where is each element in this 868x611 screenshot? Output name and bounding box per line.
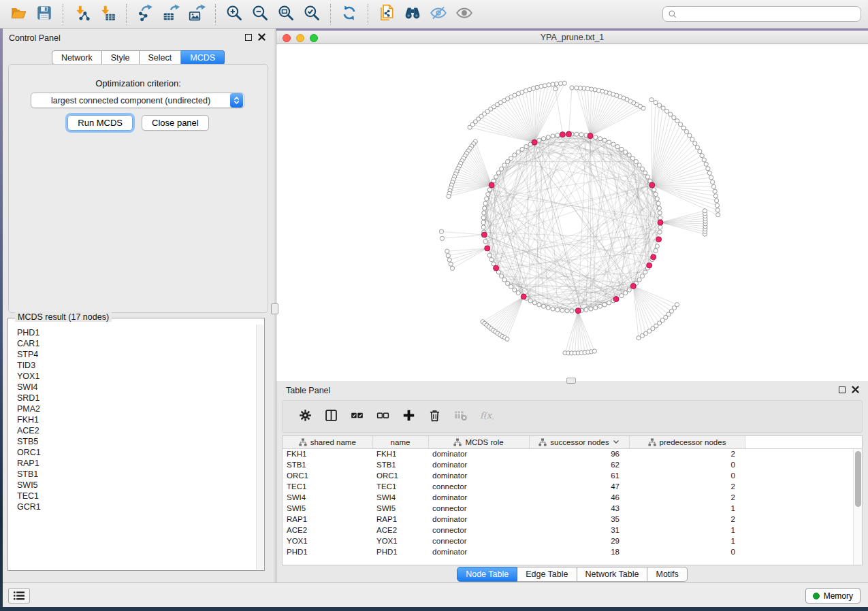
mcds-result-item[interactable]: SWI4 [17, 382, 256, 393]
table-row[interactable]: STB1STB1dominator620 [283, 459, 862, 470]
cell-name[interactable]: ACE2 [372, 525, 428, 535]
cell-MCDS-role[interactable]: dominator [428, 448, 529, 459]
result-scrollbar[interactable] [256, 325, 263, 569]
close-panel-icon[interactable] [258, 33, 266, 41]
cell-shared-name[interactable]: SWI5 [283, 503, 372, 514]
tab-edge-table[interactable]: Edge Table [517, 567, 577, 582]
mcds-result-item[interactable]: TID3 [17, 360, 256, 371]
mcds-result-item[interactable]: SRD1 [17, 393, 256, 403]
zoom-in-button[interactable] [223, 3, 246, 26]
zoom-selected-button[interactable] [300, 3, 323, 26]
mcds-result-item[interactable]: STB1 [17, 469, 256, 480]
cell-shared-name[interactable]: TEC1 [283, 481, 372, 492]
cell-shared-name[interactable]: YOX1 [283, 535, 372, 546]
column-header-MCDS-role[interactable]: MCDS role [428, 436, 529, 448]
cell-name[interactable]: RAP1 [372, 514, 428, 525]
gear-button[interactable] [295, 406, 315, 427]
table-row[interactable]: FKH1FKH1dominator962 [283, 448, 862, 459]
float-panel-icon[interactable] [245, 34, 252, 41]
cell-successor-nodes[interactable]: 29 [529, 535, 629, 546]
mcds-result-item[interactable]: PMA2 [17, 403, 256, 414]
cell-MCDS-role[interactable]: connector [428, 481, 529, 492]
tab-network[interactable]: Network [52, 50, 102, 65]
cell-shared-name[interactable]: STB1 [283, 459, 372, 470]
cell-shared-name[interactable]: SWI4 [283, 492, 372, 503]
cell-MCDS-role[interactable]: connector [428, 503, 529, 514]
column-header-successor-nodes[interactable]: successor nodes [529, 436, 629, 448]
cell-MCDS-role[interactable]: dominator [428, 459, 529, 470]
mcds-result-item[interactable]: STP4 [17, 349, 256, 360]
cell-MCDS-role[interactable]: dominator [428, 470, 529, 481]
zoom-fit-button[interactable] [274, 3, 298, 26]
cell-name[interactable]: FKH1 [372, 448, 428, 459]
mcds-result-item[interactable]: PHD1 [17, 327, 256, 338]
cell-predecessor-nodes[interactable]: 1 [629, 503, 745, 514]
tab-network-table[interactable]: Network Table [577, 567, 648, 582]
cell-name[interactable]: ORC1 [372, 470, 428, 481]
cell-shared-name[interactable]: RAP1 [283, 514, 372, 525]
memory-button[interactable]: Memory [805, 588, 861, 604]
cell-successor-nodes[interactable]: 35 [529, 514, 629, 525]
table-scrollbar-thumb[interactable] [855, 451, 861, 507]
cell-shared-name[interactable]: ACE2 [283, 525, 372, 535]
table-row[interactable]: PHD1PHD1dominator180 [283, 546, 862, 557]
cell-predecessor-nodes[interactable]: 0 [629, 459, 745, 470]
cell-name[interactable]: YOX1 [372, 535, 428, 546]
mcds-result-item[interactable]: CAR1 [17, 338, 256, 349]
mcds-result-list[interactable]: PHD1CAR1STP4TID3YOX1SWI4SRD1PMA2FKH1ACE2… [9, 325, 256, 569]
table-row[interactable]: ACE2ACE2connector311 [283, 525, 862, 535]
hide-labels-button[interactable] [427, 3, 450, 26]
cell-successor-nodes[interactable]: 46 [529, 492, 629, 503]
cell-name[interactable]: SWI4 [372, 492, 428, 503]
show-eye-button[interactable] [453, 3, 476, 26]
cell-successor-nodes[interactable]: 43 [529, 503, 629, 514]
cell-successor-nodes[interactable]: 18 [529, 546, 629, 557]
table-row[interactable]: SWI4SWI4dominator462 [283, 492, 862, 503]
cell-predecessor-nodes[interactable]: 2 [629, 481, 745, 492]
cell-successor-nodes[interactable]: 31 [529, 525, 629, 535]
cell-name[interactable]: SWI5 [372, 503, 428, 514]
cell-successor-nodes[interactable]: 96 [529, 448, 629, 459]
mcds-result-item[interactable]: RAP1 [17, 458, 256, 469]
cell-successor-nodes[interactable]: 47 [529, 481, 629, 492]
search-input[interactable] [681, 7, 861, 20]
import-network-button[interactable] [70, 3, 93, 26]
table-row[interactable]: YOX1YOX1connector291 [283, 535, 862, 546]
refresh-button[interactable] [338, 3, 361, 26]
save-button[interactable] [33, 3, 56, 26]
optimization-criterion-select[interactable]: largest connected component (undirected) [31, 93, 244, 108]
select-all-button[interactable] [347, 406, 367, 427]
mcds-result-item[interactable]: YOX1 [17, 371, 256, 382]
tab-style[interactable]: Style [102, 50, 140, 65]
export-table-button[interactable] [159, 3, 182, 26]
cell-name[interactable]: PHD1 [372, 546, 428, 557]
cell-MCDS-role[interactable]: connector [428, 525, 529, 535]
cell-MCDS-role[interactable]: dominator [428, 514, 529, 525]
cell-successor-nodes[interactable]: 62 [529, 459, 629, 470]
vertical-splitter-grip[interactable] [271, 303, 278, 314]
cell-shared-name[interactable]: FKH1 [283, 448, 372, 459]
mcds-result-item[interactable]: STB5 [17, 436, 256, 447]
tab-node-table[interactable]: Node Table [457, 567, 517, 582]
export-image-button[interactable] [185, 3, 208, 26]
status-menu-button[interactable] [8, 588, 30, 604]
cell-name[interactable]: TEC1 [372, 481, 428, 492]
network-canvas[interactable] [276, 44, 868, 381]
mcds-result-item[interactable]: SWI5 [17, 480, 256, 491]
tab-select[interactable]: Select [140, 50, 182, 65]
open-folder-button[interactable] [7, 3, 30, 26]
zoom-out-button[interactable] [248, 3, 272, 26]
horizontal-splitter-grip[interactable] [566, 378, 576, 384]
table-row[interactable]: ORC1ORC1dominator610 [283, 470, 862, 481]
tab-motifs[interactable]: Motifs [647, 567, 687, 582]
deselect-all-button[interactable] [372, 406, 393, 427]
mcds-result-item[interactable]: ORC1 [17, 447, 256, 458]
mcds-result-item[interactable]: ACE2 [17, 425, 256, 436]
cell-MCDS-role[interactable]: dominator [428, 546, 529, 557]
run-mcds-button[interactable]: Run MCDS [67, 115, 133, 131]
mcds-result-item[interactable]: TEC1 [17, 491, 256, 501]
table-scrollbar[interactable] [853, 449, 862, 565]
cell-name[interactable]: STB1 [372, 459, 428, 470]
close-panel-button[interactable]: Close panel [142, 115, 209, 131]
column-manager-button[interactable] [321, 406, 341, 427]
